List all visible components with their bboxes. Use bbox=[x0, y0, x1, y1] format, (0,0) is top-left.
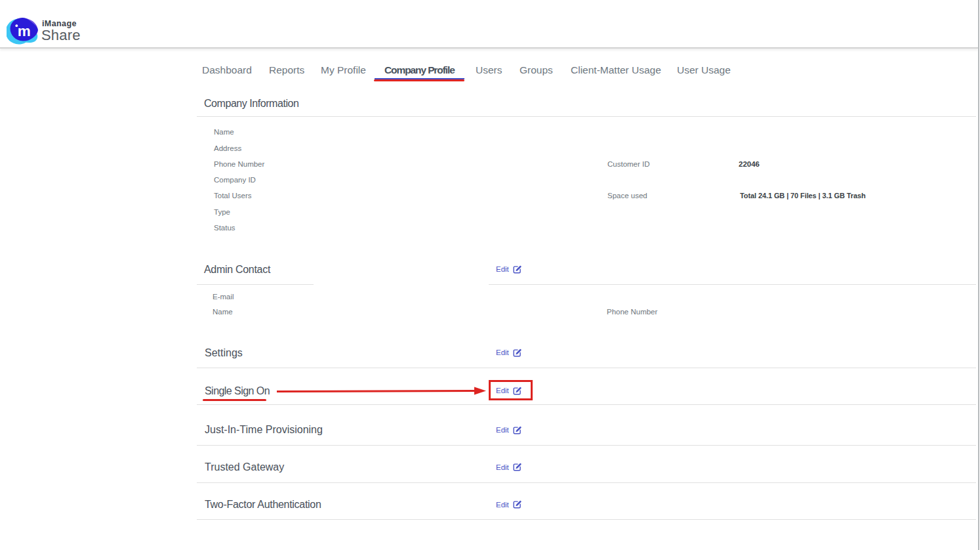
svg-text:m: m bbox=[18, 23, 31, 39]
